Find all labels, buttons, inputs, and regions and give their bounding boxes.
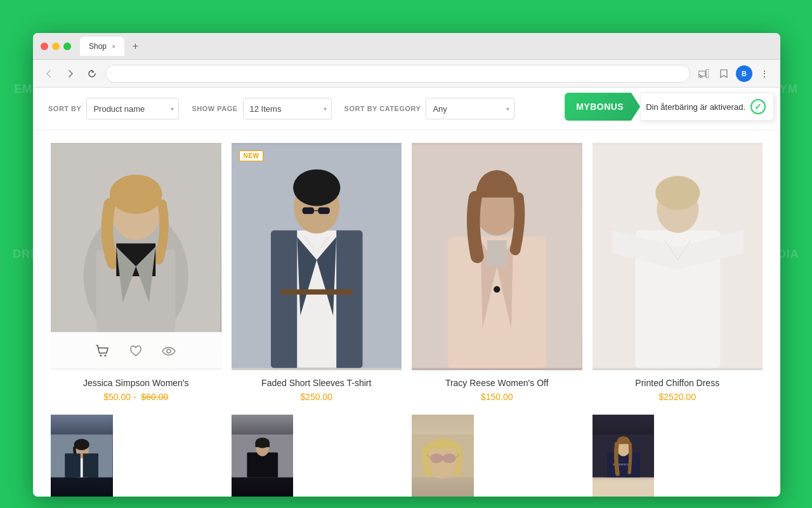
sort-by-category-label: SORT BY CATEGORY	[344, 105, 421, 112]
show-page-group: SHOW PAGE 12 Items 24 Items 48 Items ▾	[192, 98, 331, 119]
list-item: NEW Faded Short Sleeves T-shirt $250.00	[226, 143, 407, 415]
svg-rect-0	[698, 71, 705, 76]
product-image[interactable]	[232, 415, 294, 497]
svg-rect-2	[706, 69, 709, 78]
product-image[interactable]	[412, 415, 474, 497]
product-old-price: $60.00	[141, 392, 168, 402]
active-tab[interactable]: Shop ×	[80, 37, 124, 56]
address-bar[interactable]	[105, 65, 690, 83]
svg-rect-19	[318, 208, 330, 214]
svg-rect-41	[255, 443, 270, 448]
back-button[interactable]	[41, 65, 57, 82]
svg-rect-35	[65, 453, 81, 478]
product-name: Faded Short Sleeves T-shirt	[232, 378, 402, 388]
list-item: Tracy Reese Women's Off $150.00	[407, 143, 587, 415]
tab-bar: Shop × +	[80, 37, 773, 56]
wishlist-icon[interactable]	[126, 341, 146, 361]
product-image[interactable]: SUPERSPECIAL	[593, 415, 655, 497]
sort-by-select[interactable]: Product name Price: Low to High Price: H…	[86, 98, 179, 119]
minimize-window-button[interactable]	[52, 43, 60, 50]
list-item: Printed Chiffon Dress $2520.00	[587, 143, 768, 415]
product-name: Tracy Reese Women's Off	[412, 378, 582, 388]
list-item	[226, 415, 407, 497]
product-image[interactable]	[593, 143, 763, 370]
titlebar: Shop × +	[33, 33, 780, 60]
svg-point-17	[293, 170, 340, 206]
maximize-window-button[interactable]	[63, 43, 71, 50]
sort-by-select-wrapper[interactable]: Product name Price: Low to High Price: H…	[86, 98, 179, 119]
mybonus-button[interactable]: MYBONUS	[565, 93, 640, 121]
svg-point-7	[110, 175, 162, 214]
browser-window: Shop × +	[33, 33, 780, 497]
page-content: SORT BY Product name Price: Low to High …	[33, 88, 780, 497]
refresh-button[interactable]	[84, 65, 100, 82]
menu-icon[interactable]: ⋮	[756, 65, 773, 82]
sort-by-group: SORT BY Product name Price: Low to High …	[48, 98, 179, 119]
new-tab-button[interactable]: +	[128, 39, 142, 53]
add-to-cart-icon[interactable]	[93, 341, 113, 361]
svg-rect-15	[280, 290, 353, 295]
mybonus-label: MYBONUS	[576, 102, 624, 112]
show-page-label: SHOW PAGE	[192, 105, 237, 112]
svg-rect-18	[302, 208, 314, 214]
show-page-select[interactable]: 12 Items 24 Items 48 Items	[243, 98, 332, 119]
traffic-lights	[41, 43, 71, 50]
product-price: $250.00	[232, 392, 402, 402]
product-name: Printed Chiffon Dress	[593, 378, 763, 388]
list-item	[407, 415, 587, 497]
product-price: $2520.00	[593, 392, 763, 402]
close-window-button[interactable]	[41, 43, 48, 50]
svg-rect-36	[83, 453, 98, 478]
svg-point-45	[443, 453, 456, 463]
navbar: B ⋮	[33, 60, 780, 88]
product-toolbar: SORT BY Product name Price: Low to High …	[33, 88, 780, 130]
product-image[interactable]	[51, 143, 221, 370]
svg-point-34	[74, 439, 89, 450]
sort-by-category-group: SORT BY CATEGORY Any Women Men Accessori…	[344, 98, 515, 119]
cast-icon[interactable]	[695, 65, 712, 82]
svg-point-11	[167, 349, 171, 353]
product-name: Jessica Simpson Women's	[51, 378, 221, 388]
tab-label: Shop	[89, 42, 107, 51]
product-action-overlay	[51, 332, 221, 370]
sort-by-category-select-wrapper[interactable]: Any Women Men Accessories ▾	[426, 98, 514, 119]
nav-icons: B ⋮	[695, 65, 773, 82]
new-badge: NEW	[239, 150, 264, 161]
sort-by-category-select[interactable]: Any Women Men Accessories	[426, 98, 514, 119]
product-image[interactable]	[412, 143, 582, 370]
tab-close-button[interactable]: ×	[112, 43, 115, 50]
svg-point-29	[655, 176, 700, 210]
product-image[interactable]	[51, 415, 113, 497]
product-grid: Jessica Simpson Women's $50.00 - $60.00	[33, 130, 780, 497]
bookmark-icon[interactable]	[716, 65, 732, 82]
svg-point-23	[494, 286, 500, 292]
mybonus-text: Din återbäring är aktiverad.	[646, 102, 745, 112]
svg-point-44	[430, 453, 443, 463]
product-image[interactable]: NEW	[232, 143, 402, 370]
svg-point-1	[698, 77, 699, 77]
product-price: $150.00	[412, 392, 582, 402]
mybonus-banner: MYBONUS Din återbäring är aktiverad. ✓	[565, 93, 774, 121]
svg-point-10	[105, 355, 107, 357]
user-avatar[interactable]: B	[736, 65, 752, 82]
svg-rect-24	[487, 240, 507, 266]
sort-by-label: SORT BY	[48, 105, 81, 112]
product-price: $50.00 - $60.00	[51, 392, 221, 402]
svg-point-9	[100, 355, 102, 357]
show-page-select-wrapper[interactable]: 12 Items 24 Items 48 Items ▾	[243, 98, 332, 119]
list-item: SUPERSPECIAL	[587, 415, 768, 497]
list-item: Jessica Simpson Women's $50.00 - $60.00	[46, 143, 226, 415]
quickview-icon[interactable]	[159, 341, 179, 361]
list-item	[46, 415, 226, 497]
mybonus-check-icon: ✓	[750, 99, 766, 114]
mybonus-message: Din återbäring är aktiverad. ✓	[640, 93, 774, 121]
forward-button[interactable]	[62, 65, 79, 82]
